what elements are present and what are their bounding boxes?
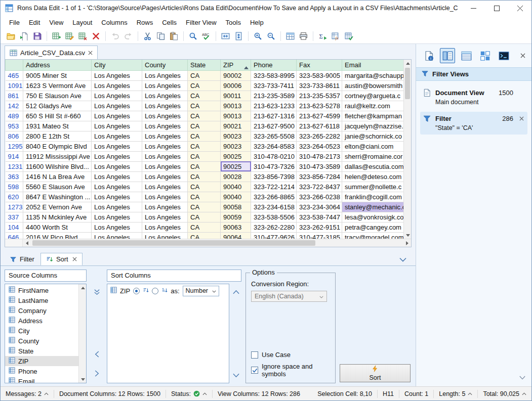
document-tab-close-icon[interactable] [88,51,93,55]
zip-cell[interactable]: 90040 [221,192,251,202]
document-info-button[interactable]: i [421,48,436,63]
row-number-cell[interactable]: 489 [6,111,23,121]
status-total[interactable]: Total: 90,025 [478,390,531,398]
city-cell[interactable]: Los Angeles [92,151,142,161]
fax-cell[interactable]: 213-627-6118 [297,121,342,131]
sort-ascending-radio[interactable] [133,288,140,294]
address-cell[interactable]: 9005 Miner St [23,70,92,80]
vertical-scroll-track[interactable] [404,67,411,232]
zip-cell[interactable]: 90025 [221,161,251,171]
move-left-icon[interactable] [92,349,102,359]
county-cell[interactable]: Los Angeles [142,131,188,141]
city-cell[interactable]: Los Angeles [92,70,142,80]
filter-view-item-document-view[interactable]: Document View1500Main document [420,86,527,109]
cut-button[interactable] [141,30,154,42]
address-cell[interactable]: 650 S Hill St #-660 [23,111,92,121]
fax-cell[interactable]: 323-265-2282 [297,131,342,141]
city-cell[interactable]: Los Angeles [92,141,142,151]
scroll-left-icon[interactable] [23,239,31,247]
row-number-cell[interactable]: 1091 [6,80,23,91]
import-button[interactable] [18,30,30,42]
close-filter-view-icon[interactable] [517,114,525,122]
menu-columns[interactable]: Columns [97,17,132,28]
fax-cell[interactable]: 323-264-0523 [297,141,342,151]
phone-cell[interactable]: 323-722-1214 [251,182,297,192]
source-column-county[interactable]: County [5,336,78,346]
grid-vertical-scrollbar[interactable] [403,60,411,239]
email-cell[interactable]: raul@keltz.com [342,101,404,111]
column-header-phone[interactable]: Phone [251,60,297,70]
city-cell[interactable]: Los Angeles [92,192,142,202]
zip-cell[interactable]: 90023 [221,141,251,151]
fax-cell[interactable]: 323-856-7284 [297,171,342,182]
phone-cell[interactable]: 213-235-3589 [251,91,297,101]
email-cell[interactable]: dallas@escutia.com [342,161,404,171]
scroll-up-icon[interactable] [404,60,412,67]
fax-cell[interactable]: 213-235-5357 [297,91,342,101]
address-cell[interactable]: 11600 Wilshire Blvd... [23,161,92,171]
address-cell[interactable]: 4400 Worth St [23,222,92,232]
source-column-company[interactable]: Company [5,305,78,316]
column-header-state[interactable]: State [188,60,221,70]
email-cell[interactable]: summer@nollette.c [342,182,404,192]
county-cell[interactable]: Los Angeles [142,101,188,111]
menu-rows[interactable]: Rows [132,17,158,28]
address-cell[interactable]: 11912 Mississippi Ave [23,151,92,161]
scroll-down-icon[interactable] [79,376,87,383]
column-header-address[interactable]: Address [23,60,92,70]
status-indicator[interactable]: Status: [166,390,213,398]
fax-cell[interactable]: 213-623-5278 [297,101,342,111]
source-column-firstname[interactable]: FirstName [5,285,78,295]
email-cell[interactable]: stanley@mechanic.c [342,202,404,212]
county-cell[interactable]: Los Angeles [142,80,188,91]
email-cell[interactable]: franklin@cogill.com [342,192,404,202]
sort-entry-zip[interactable]: ZIP as: Number [107,284,229,297]
fax-cell[interactable]: 323-266-0238 [297,192,342,202]
row-height-button[interactable] [232,30,245,42]
use-case-row[interactable]: Use Case [251,351,330,359]
tab-sort[interactable]: Sort [40,253,83,265]
scroll-down-icon[interactable] [404,232,412,239]
source-columns-scrollbar[interactable] [78,284,86,383]
address-cell[interactable]: 1931 Mateo St [23,121,92,131]
email-cell[interactable]: lesa@vonkrosigk.co [342,212,404,222]
source-column-phone[interactable]: Phone [5,366,78,376]
city-cell[interactable]: Los Angeles [92,212,142,222]
county-cell[interactable]: Los Angeles [142,121,188,131]
county-cell[interactable]: Los Angeles [142,151,188,161]
county-cell[interactable]: Los Angeles [142,222,188,232]
phone-cell[interactable]: 323-266-8865 [251,192,297,202]
filter-views-button[interactable] [440,48,455,63]
find-button[interactable] [187,30,199,42]
fax-cell[interactable]: 310-477-3185 [297,232,342,239]
state-cell[interactable]: CA [188,222,221,232]
state-cell[interactable]: CA [188,232,221,239]
source-column-city[interactable]: City [5,326,78,336]
table-del-button[interactable] [76,30,89,42]
sort-button[interactable]: Sort [340,364,411,382]
fax-cell[interactable]: 213-627-4599 [297,111,342,121]
formula-button[interactable]: fx [330,30,342,42]
vertical-scroll-thumb[interactable] [405,68,410,99]
zip-cell[interactable]: 90013 [221,111,251,121]
address-cell[interactable]: 8040 E Olympic Blvd [23,141,92,151]
zip-cell[interactable]: 90011 [221,91,251,101]
column-header-zip[interactable]: ZIP [221,60,251,70]
zip-cell[interactable]: 90058 [221,202,251,212]
city-cell[interactable]: Los Angeles [92,171,142,182]
spellcheck-button[interactable]: ABC [200,30,213,42]
zip-cell[interactable]: 90028 [221,171,251,182]
phone-cell[interactable]: 213-627-1316 [251,111,297,121]
move-all-down-icon[interactable] [92,287,102,297]
city-cell[interactable]: Los Angeles [92,222,142,232]
city-cell[interactable]: Los Angeles [92,161,142,171]
table-edit-button[interactable] [63,30,76,42]
collapse-panel-icon[interactable] [399,256,406,263]
menu-layout[interactable]: Layout [68,17,97,28]
zip-cell[interactable]: 90006 [221,80,251,91]
state-cell[interactable]: CA [188,111,221,121]
city-cell[interactable]: Los Angeles [92,131,142,141]
city-cell[interactable]: Los Angeles [92,232,142,239]
zip-cell[interactable]: 90040 [221,182,251,192]
row-number-cell[interactable]: 620 [6,192,23,202]
